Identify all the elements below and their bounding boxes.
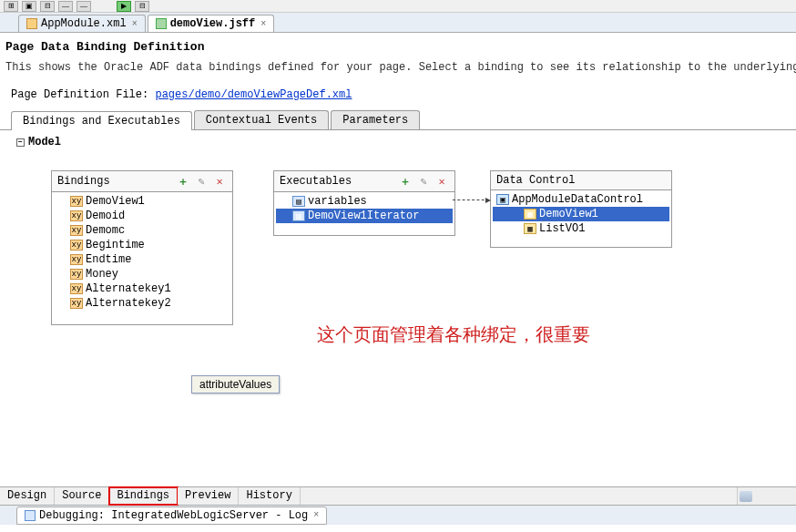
page-def-link[interactable]: pages/demo/demoViewPageDef.xml: [155, 88, 352, 101]
bottom-tab-history[interactable]: History: [239, 487, 300, 505]
datacontrol-panel: Data Control ▣AppModuleDataControl ▦Demo…: [490, 170, 672, 248]
horizontal-scrollbar[interactable]: [737, 487, 796, 505]
binding-icon: xy: [70, 210, 83, 221]
binding-item[interactable]: xyAlternatekey2: [54, 296, 230, 311]
bindings-panel: Bindings ＋ ✎ ✕ xyDemoView1 xyDemoid xyDe…: [51, 170, 233, 325]
model-section-header[interactable]: − Model: [0, 130, 796, 154]
view-object-icon: ▦: [524, 209, 536, 220]
bottom-tab-design[interactable]: Design: [0, 487, 55, 505]
model-label: Model: [28, 136, 61, 148]
binding-item[interactable]: xyDemoid: [54, 209, 230, 223]
page-def-file-line: Page Definition File: pages/demo/demoVie…: [0, 81, 796, 110]
dc-child-selected[interactable]: ▦DemoView1: [493, 207, 669, 221]
executable-item-selected[interactable]: ▤DemoView1Iterator: [276, 209, 453, 223]
binding-icon: xy: [70, 298, 83, 309]
close-icon[interactable]: ×: [313, 510, 319, 520]
binding-icon: xy: [70, 283, 83, 294]
editor-bottom-tabs: Design Source Bindings Preview History: [0, 486, 796, 505]
editor-tabs: AppModule.xml × demoView.jsff ×: [0, 13, 796, 33]
add-executable-button[interactable]: ＋: [398, 174, 413, 189]
binding-item[interactable]: xyDemomc: [54, 223, 230, 238]
delete-binding-button[interactable]: ✕: [212, 174, 227, 189]
executables-title: Executables: [280, 175, 352, 188]
top-toolbar: ⊞ ▣ ⊟ — — ▶ ⊟: [0, 0, 796, 13]
bottom-tab-source[interactable]: Source: [55, 487, 109, 505]
subtab-bindings[interactable]: Bindings and Executables: [11, 111, 192, 130]
binding-item[interactable]: xyEndtime: [54, 252, 230, 267]
page-title: Page Data Binding Definition: [0, 33, 796, 57]
toolbar-icon[interactable]: —: [77, 1, 91, 12]
toolbar-icon[interactable]: —: [58, 1, 73, 12]
add-binding-button[interactable]: ＋: [176, 174, 190, 189]
executables-panel: Executables ＋ ✎ ✕ ▤variables ▤DemoView1I…: [273, 170, 455, 236]
relationship-connector: [453, 200, 489, 200]
annotation-text: 这个页面管理着各种绑定，很重要: [317, 322, 590, 347]
executables-list: ▤variables ▤DemoView1Iterator: [274, 192, 454, 235]
run-icon[interactable]: ▶: [117, 1, 131, 12]
debug-tab-label: Debugging: IntegratedWebLogicServer - Lo…: [39, 509, 308, 522]
binding-item[interactable]: xyBegintime: [54, 238, 230, 252]
delete-executable-button[interactable]: ✕: [434, 174, 449, 189]
binding-item[interactable]: xyAlternatekey1: [54, 281, 230, 296]
variables-icon: ▤: [292, 196, 305, 207]
subtab-contextual[interactable]: Contextual Events: [194, 110, 329, 129]
binding-icon: xy: [70, 225, 83, 236]
close-icon[interactable]: ×: [132, 19, 138, 29]
binding-icon: xy: [70, 196, 83, 207]
toolbar-icon[interactable]: ⊟: [135, 1, 149, 12]
toolbar-icon[interactable]: ⊟: [40, 1, 55, 12]
page-def-label: Page Definition File:: [11, 88, 148, 101]
tab-demoview[interactable]: demoView.jsff ×: [148, 15, 275, 32]
bottom-tab-bindings[interactable]: Bindings: [109, 487, 178, 505]
binding-item[interactable]: xyMoney: [54, 267, 230, 281]
dc-root-item[interactable]: ▣AppModuleDataControl: [493, 192, 669, 207]
datacontrol-tree: ▣AppModuleDataControl ▦DemoView1 ▦ListVO…: [491, 190, 671, 247]
debug-tabs-row: Debugging: IntegratedWebLogicServer - Lo…: [0, 505, 796, 525]
page-description: This shows the Oracle ADF data bindings …: [0, 57, 796, 81]
bindings-title: Bindings: [57, 175, 110, 188]
toolbar-icon[interactable]: ▣: [22, 1, 36, 12]
tooltip: attributeValues: [191, 375, 280, 394]
edit-executable-button[interactable]: ✎: [416, 174, 431, 189]
binding-icon: xy: [70, 240, 83, 251]
tab-label: AppModule.xml: [41, 17, 127, 30]
dc-child-item[interactable]: ▦ListVO1: [493, 221, 669, 236]
editor-pane: Page Data Binding Definition This shows …: [0, 33, 796, 505]
datacontrol-title: Data Control: [496, 174, 575, 187]
xml-file-icon: [26, 18, 37, 29]
tab-appmodule[interactable]: AppModule.xml ×: [18, 15, 146, 32]
collapse-icon[interactable]: −: [16, 138, 25, 147]
bindings-list: xyDemoView1 xyDemoid xyDemomc xyBegintim…: [52, 192, 232, 324]
datacontrol-icon: ▣: [496, 194, 509, 205]
tab-label: demoView.jsff: [170, 17, 256, 30]
iterator-icon: ▤: [292, 210, 305, 221]
binding-icon: xy: [70, 269, 83, 280]
jsff-file-icon: [156, 18, 167, 29]
close-icon[interactable]: ×: [260, 19, 266, 29]
sub-tabs: Bindings and Executables Contextual Even…: [0, 110, 796, 130]
bottom-tab-preview[interactable]: Preview: [178, 487, 239, 505]
view-object-icon: ▦: [524, 223, 536, 234]
edit-binding-button[interactable]: ✎: [194, 174, 209, 189]
subtab-parameters[interactable]: Parameters: [331, 110, 420, 129]
binding-icon: xy: [70, 254, 83, 265]
binding-item[interactable]: xyDemoView1: [54, 194, 230, 209]
debug-log-tab[interactable]: Debugging: IntegratedWebLogicServer - Lo…: [16, 506, 327, 525]
executable-item[interactable]: ▤variables: [276, 194, 453, 209]
toolbar-icon[interactable]: ⊞: [4, 1, 18, 12]
log-icon: [25, 510, 36, 521]
